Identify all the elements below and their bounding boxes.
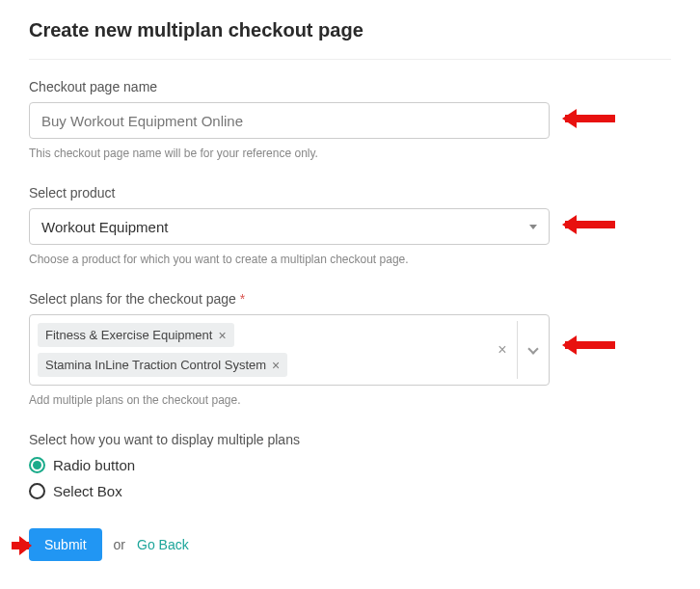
form-actions: Submit or Go Back: [29, 528, 671, 561]
multi-select-controls: ×: [488, 315, 549, 385]
caret-down-icon: [529, 225, 537, 229]
select-product-helper: Choose a product for which you want to c…: [29, 253, 671, 266]
clear-all-icon[interactable]: ×: [488, 341, 517, 359]
select-product-label: Select product: [29, 185, 671, 201]
pointer-arrow-icon: [565, 337, 633, 353]
plan-tag: Stamina InLine Traction Control System ×: [38, 353, 287, 377]
radio-icon: [29, 457, 45, 473]
page-title: Create new multiplan checkout page: [29, 19, 671, 41]
pointer-arrow-icon: [565, 111, 633, 126]
plans-tags-area: Fitness & Exercise Equipment × Stamina I…: [30, 315, 488, 385]
checkout-name-input[interactable]: [29, 102, 550, 139]
radio-icon: [29, 483, 45, 499]
tag-remove-icon[interactable]: ×: [272, 359, 280, 372]
checkout-name-group: Checkout page name This checkout page na…: [29, 79, 671, 160]
checkout-name-label: Checkout page name: [29, 79, 671, 94]
select-product-group: Select product Workout Equipment Choose …: [29, 185, 671, 266]
radio-label: Radio button: [53, 457, 135, 473]
display-group: Select how you want to display multiple …: [29, 432, 671, 499]
select-plans-group: Select plans for the checkout page * Fit…: [29, 291, 671, 407]
radio-group: Radio button Select Box: [29, 457, 671, 499]
plans-multi-select[interactable]: Fitness & Exercise Equipment × Stamina I…: [29, 314, 550, 386]
plan-tag-label: Stamina InLine Traction Control System: [45, 358, 266, 372]
plan-tag: Fitness & Exercise Equipment ×: [38, 323, 234, 347]
required-mark: *: [240, 291, 245, 307]
select-product-value: Workout Equipment: [41, 219, 168, 235]
checkout-name-helper: This checkout page name will be for your…: [29, 147, 671, 160]
radio-option-select-box[interactable]: Select Box: [29, 483, 671, 499]
plan-tag-label: Fitness & Exercise Equipment: [45, 328, 212, 342]
tag-remove-icon[interactable]: ×: [218, 329, 226, 342]
plans-dropdown-toggle[interactable]: [518, 348, 549, 353]
display-label: Select how you want to display multiple …: [29, 432, 671, 447]
submit-button[interactable]: Submit: [29, 528, 102, 561]
radio-label: Select Box: [53, 483, 122, 499]
chevron-down-icon: [527, 343, 538, 354]
or-text: or: [114, 537, 125, 552]
select-product-dropdown[interactable]: Workout Equipment: [29, 208, 550, 245]
select-plans-helper: Add multiple plans on the checkout page.: [29, 393, 671, 407]
pointer-arrow-icon: [565, 217, 633, 232]
divider: [29, 59, 671, 60]
go-back-link[interactable]: Go Back: [137, 537, 189, 552]
radio-option-radio-button[interactable]: Radio button: [29, 457, 671, 473]
pointer-arrow-icon: [0, 538, 29, 553]
select-plans-label-text: Select plans for the checkout page: [29, 291, 236, 307]
select-plans-label: Select plans for the checkout page *: [29, 291, 671, 307]
